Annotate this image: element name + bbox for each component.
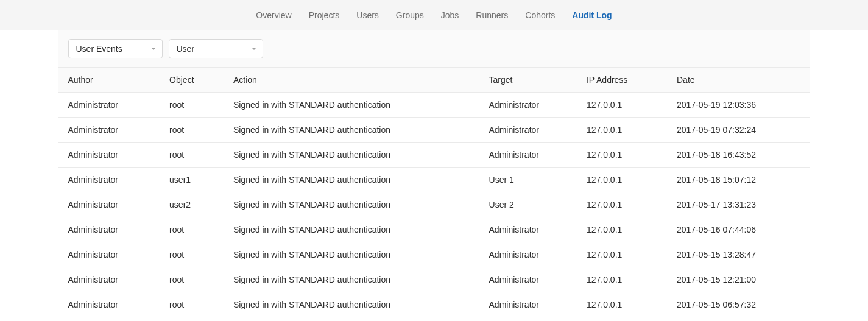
cell-target: Administrator [479,242,577,267]
table-row: AdministratorrootSigned in with STANDARD… [58,292,810,317]
cell-date: 2017-05-16 07:44:06 [667,217,810,242]
nav-cohorts[interactable]: Cohorts [518,2,562,29]
cell-target: Administrator [479,267,577,292]
cell-object: root [160,292,224,317]
cell-object: root [160,217,224,242]
table-header-row: Author Object Action Target IP Address D… [58,68,810,93]
cell-date: 2017-05-19 07:32:24 [667,118,810,143]
cell-object: root [160,242,224,267]
cell-action: Signed in with STANDARD authentication [224,242,479,267]
cell-target: User 2 [479,192,577,217]
cell-action: Signed in with STANDARD authentication [224,192,479,217]
table-row: AdministratorrootSigned in with STANDARD… [58,267,810,292]
cell-ip: 127.0.0.1 [577,143,667,168]
cell-action: Signed in with STANDARD authentication [224,217,479,242]
cell-object: user1 [160,168,224,192]
header-author: Author [58,68,160,93]
cell-action: Signed in with STANDARD authentication [224,267,479,292]
cell-author: Administrator [58,292,160,317]
cell-date: 2017-05-19 12:03:36 [667,93,810,118]
table-row: AdministratorrootSigned in with STANDARD… [58,242,810,267]
cell-target: Administrator [479,292,577,317]
header-ip: IP Address [577,68,667,93]
cell-object: root [160,143,224,168]
cell-author: Administrator [58,267,160,292]
cell-action: Signed in with STANDARD authentication [224,93,479,118]
table-body: AdministratorrootSigned in with STANDARD… [58,93,810,317]
chevron-down-icon [252,48,256,50]
cell-object: root [160,267,224,292]
table-row: AdministratorrootSigned in with STANDARD… [58,143,810,168]
cell-object: user2 [160,192,224,217]
cell-author: Administrator [58,118,160,143]
event-type-label: User Events [76,44,122,54]
header-object: Object [160,68,224,93]
filters-bar: User Events User [58,30,810,68]
cell-ip: 127.0.0.1 [577,267,667,292]
content-area: User Events User Author Object Action Ta… [54,30,815,317]
cell-date: 2017-05-17 13:31:23 [667,192,810,217]
chevron-down-icon [151,48,156,50]
cell-author: Administrator [58,93,160,118]
cell-target: Administrator [479,217,577,242]
user-dropdown[interactable]: User [169,39,263,58]
cell-date: 2017-05-18 16:43:52 [667,143,810,168]
header-action: Action [224,68,479,93]
nav-runners[interactable]: Runners [468,2,515,29]
cell-date: 2017-05-15 12:21:00 [667,267,810,292]
cell-ip: 127.0.0.1 [577,217,667,242]
cell-target: User 1 [479,168,577,192]
user-label: User [177,44,195,54]
cell-ip: 127.0.0.1 [577,93,667,118]
cell-ip: 127.0.0.1 [577,292,667,317]
cell-action: Signed in with STANDARD authentication [224,143,479,168]
cell-target: Administrator [479,118,577,143]
nav-audit-log[interactable]: Audit Log [565,2,619,29]
cell-date: 2017-05-15 06:57:32 [667,292,810,317]
nav-projects[interactable]: Projects [302,2,347,29]
table-row: AdministratorrootSigned in with STANDARD… [58,118,810,143]
cell-action: Signed in with STANDARD authentication [224,168,479,192]
table-row: AdministratorrootSigned in with STANDARD… [58,217,810,242]
table-row: Administratoruser1Signed in with STANDAR… [58,168,810,192]
table-row: Administratoruser2Signed in with STANDAR… [58,192,810,217]
cell-author: Administrator [58,192,160,217]
table-row: AdministratorrootSigned in with STANDARD… [58,93,810,118]
cell-author: Administrator [58,217,160,242]
nav-groups[interactable]: Groups [389,2,431,29]
event-type-dropdown[interactable]: User Events [68,39,163,58]
cell-date: 2017-05-15 13:28:47 [667,242,810,267]
cell-author: Administrator [58,168,160,192]
nav-jobs[interactable]: Jobs [434,2,467,29]
header-target: Target [479,68,577,93]
cell-action: Signed in with STANDARD authentication [224,118,479,143]
cell-ip: 127.0.0.1 [577,192,667,217]
cell-target: Administrator [479,93,577,118]
cell-ip: 127.0.0.1 [577,168,667,192]
cell-action: Signed in with STANDARD authentication [224,292,479,317]
admin-nav: Overview Projects Users Groups Jobs Runn… [0,0,868,30]
cell-ip: 127.0.0.1 [577,118,667,143]
cell-date: 2017-05-18 15:07:12 [667,168,810,192]
cell-author: Administrator [58,242,160,267]
cell-target: Administrator [479,143,577,168]
cell-ip: 127.0.0.1 [577,242,667,267]
cell-author: Administrator [58,143,160,168]
nav-users[interactable]: Users [349,2,386,29]
nav-overview[interactable]: Overview [249,2,298,29]
audit-log-table: Author Object Action Target IP Address D… [58,68,810,317]
cell-object: root [160,93,224,118]
cell-object: root [160,118,224,143]
header-date: Date [667,68,810,93]
